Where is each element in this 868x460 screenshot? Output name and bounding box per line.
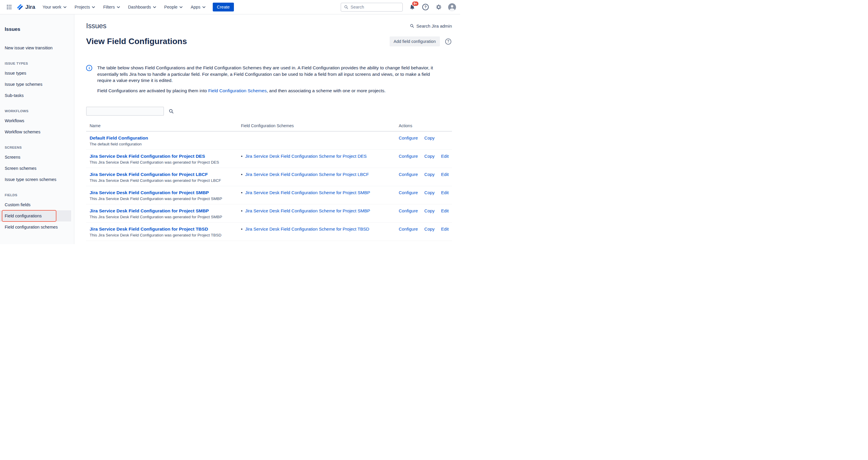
nav-menu-people[interactable]: People bbox=[162, 2, 185, 12]
copy-link[interactable]: Copy bbox=[424, 135, 435, 140]
info-icon: i bbox=[86, 65, 92, 71]
copy-link[interactable]: Copy bbox=[424, 154, 435, 159]
field-config-link[interactable]: Jira Service Desk Field Configuration fo… bbox=[90, 208, 209, 213]
sidebar-item-screens[interactable]: Screens bbox=[0, 152, 74, 163]
copy-link[interactable]: Copy bbox=[424, 172, 435, 177]
field-config-link[interactable]: Default Field Configuration bbox=[90, 135, 148, 141]
edit-link[interactable]: Edit bbox=[441, 190, 449, 195]
nav-menu-your-work[interactable]: Your work bbox=[40, 2, 69, 12]
settings-button[interactable] bbox=[435, 3, 442, 11]
sidebar-item-field-configuration-schemes[interactable]: Field configuration schemes bbox=[0, 222, 74, 233]
logo-text: Jira bbox=[25, 4, 35, 10]
search-jira-admin-link[interactable]: Search Jira admin bbox=[410, 24, 452, 29]
sidebar-item-new-issue-view-transition[interactable]: New issue view transition bbox=[0, 42, 74, 54]
search-icon bbox=[344, 5, 348, 9]
field-config-link[interactable]: Jira Service Desk Field Configuration fo… bbox=[90, 190, 209, 195]
name-cell: Jira Service Desk Field Configuration fo… bbox=[86, 150, 238, 168]
sidebar-item-custom-fields[interactable]: Custom fields bbox=[0, 199, 74, 210]
name-cell: Jira Service Desk Field Configuration fo… bbox=[86, 223, 238, 240]
bullet: • bbox=[241, 172, 242, 177]
table-row: Jira Service Desk Field Configuration fo… bbox=[86, 150, 452, 168]
configure-link[interactable]: Configure bbox=[399, 208, 418, 213]
scheme-link[interactable]: Jira Service Desk Field Configuration Sc… bbox=[245, 208, 370, 214]
bullet: • bbox=[241, 227, 242, 232]
table-row: Default Field Configuration The default … bbox=[86, 132, 452, 150]
scheme-link[interactable]: Jira Service Desk Field Configuration Sc… bbox=[245, 190, 370, 196]
info-paragraph-2-suffix: , and then associating a scheme with one… bbox=[267, 88, 385, 93]
info-text: The table below shows Field Configuratio… bbox=[97, 65, 439, 94]
name-cell: Jira Service Desk Field Configuration fo… bbox=[86, 168, 238, 186]
actions-cell: Configure Copy Edit bbox=[395, 150, 452, 168]
name-cell: Default Field Configuration The default … bbox=[86, 132, 238, 150]
nav-menu-label: Dashboards bbox=[128, 5, 151, 9]
add-field-configuration-button[interactable]: Add field configuration bbox=[390, 36, 440, 46]
nav-menu-filters[interactable]: Filters bbox=[100, 2, 122, 12]
sidebar-item-screen-schemes[interactable]: Screen schemes bbox=[0, 163, 74, 174]
name-cell: Jira Service Desk Field Configuration fo… bbox=[86, 204, 238, 222]
nav-menu-dashboards[interactable]: Dashboards bbox=[125, 2, 159, 12]
help-button[interactable]: ? bbox=[422, 3, 429, 11]
search-icon bbox=[168, 108, 174, 114]
jira-logo-icon bbox=[17, 3, 24, 10]
sidebar-heading-workflows: WORKFLOWS bbox=[5, 109, 69, 113]
chevron-down-icon bbox=[92, 6, 95, 8]
actions-cell: Configure Copy Edit bbox=[395, 168, 452, 186]
nav-menu-label: Filters bbox=[103, 5, 115, 9]
sidebar-item-issue-type-screen-schemes[interactable]: Issue type screen schemes bbox=[0, 174, 74, 185]
field-configurations-table: Name Field Configuration Schemes Actions… bbox=[86, 121, 452, 241]
table-row: Jira Service Desk Field Configuration fo… bbox=[86, 186, 452, 204]
copy-link[interactable]: Copy bbox=[424, 208, 435, 213]
filter-search-button[interactable] bbox=[168, 108, 174, 114]
chevron-down-icon bbox=[203, 6, 206, 8]
avatar-icon bbox=[448, 3, 456, 11]
nav-menu-label: People bbox=[164, 5, 178, 9]
sidebar-item-sub-tasks[interactable]: Sub-tasks bbox=[0, 90, 74, 101]
sidebar-heading-screens: SCREENS bbox=[5, 146, 69, 149]
configure-link[interactable]: Configure bbox=[399, 154, 418, 159]
sidebar-item-workflow-schemes[interactable]: Workflow schemes bbox=[0, 126, 74, 137]
schemes-cell: • Jira Service Desk Field Configuration … bbox=[238, 223, 395, 240]
field-config-link[interactable]: Jira Service Desk Field Configuration fo… bbox=[90, 172, 208, 177]
field-config-description: This Jira Service Desk Field Configurati… bbox=[90, 215, 234, 219]
jira-logo[interactable]: Jira bbox=[15, 3, 40, 10]
nav-menu-projects[interactable]: Projects bbox=[72, 2, 98, 12]
app-switcher-button[interactable] bbox=[5, 3, 13, 11]
edit-link[interactable]: Edit bbox=[441, 208, 449, 213]
top-nav: Jira Your work Projects Filters Dashboar… bbox=[0, 0, 460, 14]
configure-link[interactable]: Configure bbox=[399, 227, 418, 231]
edit-link[interactable]: Edit bbox=[441, 227, 449, 231]
schemes-cell bbox=[238, 132, 395, 150]
sidebar-item-issue-types[interactable]: Issue types bbox=[0, 68, 74, 79]
configure-link[interactable]: Configure bbox=[399, 172, 418, 177]
edit-link[interactable]: Edit bbox=[441, 172, 449, 177]
sidebar-item-issue-type-schemes[interactable]: Issue type schemes bbox=[0, 79, 74, 90]
create-button[interactable]: Create bbox=[213, 3, 234, 11]
copy-link[interactable]: Copy bbox=[424, 190, 435, 195]
scheme-link[interactable]: Jira Service Desk Field Configuration Sc… bbox=[245, 227, 369, 232]
column-header-name: Name bbox=[86, 121, 238, 131]
field-configuration-schemes-link[interactable]: Field Configuration Schemes bbox=[208, 88, 267, 93]
global-search-input[interactable] bbox=[350, 5, 400, 9]
context-title-row: Issues Search Jira admin bbox=[86, 22, 452, 30]
sidebar-item-workflows[interactable]: Workflows bbox=[0, 115, 74, 126]
field-config-link[interactable]: Jira Service Desk Field Configuration fo… bbox=[90, 227, 208, 232]
bullet: • bbox=[241, 154, 242, 159]
field-config-link[interactable]: Jira Service Desk Field Configuration fo… bbox=[90, 154, 205, 159]
configure-link[interactable]: Configure bbox=[399, 190, 418, 195]
chevron-down-icon bbox=[117, 6, 120, 8]
info-paragraph-1: The table below shows Field Configuratio… bbox=[97, 65, 439, 84]
user-avatar[interactable] bbox=[448, 3, 456, 11]
filter-input[interactable] bbox=[86, 107, 164, 116]
configure-link[interactable]: Configure bbox=[399, 135, 418, 140]
page-help-button[interactable]: ? bbox=[444, 38, 452, 45]
sidebar-item-field-configurations[interactable]: Field configurations bbox=[0, 210, 71, 222]
copy-link[interactable]: Copy bbox=[424, 227, 435, 231]
bullet: • bbox=[241, 208, 242, 214]
notifications-button[interactable]: 9+ bbox=[408, 3, 416, 11]
nav-menu-label: Projects bbox=[74, 5, 90, 9]
chevron-down-icon bbox=[63, 6, 66, 8]
scheme-link[interactable]: Jira Service Desk Field Configuration Sc… bbox=[245, 154, 367, 159]
edit-link[interactable]: Edit bbox=[441, 154, 449, 159]
scheme-link[interactable]: Jira Service Desk Field Configuration Sc… bbox=[245, 172, 369, 177]
nav-menu-apps[interactable]: Apps bbox=[188, 2, 208, 12]
